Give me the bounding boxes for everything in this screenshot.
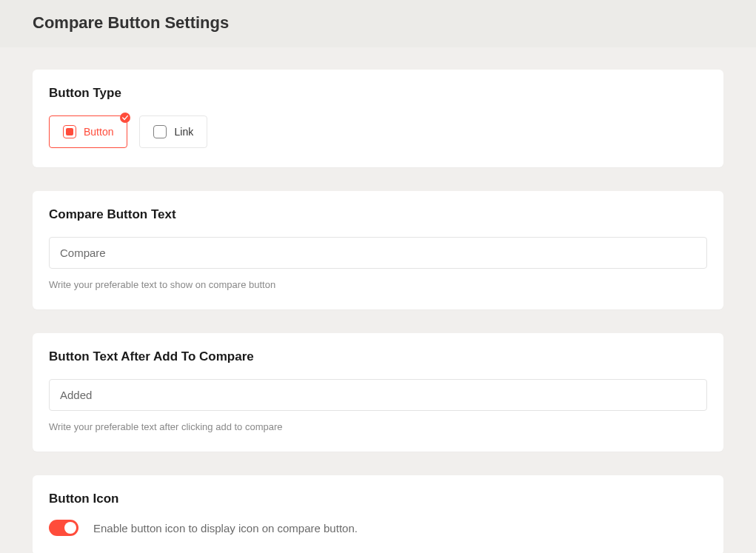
content-area: Button Type Button Link Compare Button T… — [0, 47, 756, 553]
option-label: Button — [84, 126, 113, 138]
page-title: Compare Button Settings — [33, 13, 723, 33]
button-icon-toggle-row: Enable button icon to display icon on co… — [49, 520, 707, 536]
compare-text-input[interactable] — [49, 237, 707, 269]
helper-text: Write your preferable text after clickin… — [49, 421, 707, 432]
card-title: Button Icon — [49, 492, 707, 506]
after-add-text-input[interactable] — [49, 379, 707, 411]
toggle-knob — [64, 522, 76, 534]
button-icon-toggle[interactable] — [49, 520, 78, 536]
card-title: Compare Button Text — [49, 207, 707, 222]
card-compare-text: Compare Button Text Write your preferabl… — [33, 191, 723, 309]
option-label: Link — [174, 126, 193, 138]
card-after-add-text: Button Text After Add To Compare Write y… — [33, 333, 723, 452]
option-link[interactable]: Link — [139, 115, 207, 148]
card-title: Button Type — [49, 86, 707, 101]
card-button-icon: Button Icon Enable button icon to displa… — [33, 475, 723, 553]
helper-text: Write your preferable text to show on co… — [49, 279, 707, 290]
card-title: Button Text After Add To Compare — [49, 349, 707, 364]
checkbox-icon — [63, 125, 76, 138]
page-header: Compare Button Settings — [0, 0, 756, 47]
option-button[interactable]: Button — [49, 115, 127, 148]
button-type-options: Button Link — [49, 115, 707, 148]
toggle-description: Enable button icon to display icon on co… — [93, 522, 358, 534]
checkbox-icon — [153, 125, 167, 138]
check-badge-icon — [120, 113, 130, 123]
card-button-type: Button Type Button Link — [33, 70, 723, 167]
